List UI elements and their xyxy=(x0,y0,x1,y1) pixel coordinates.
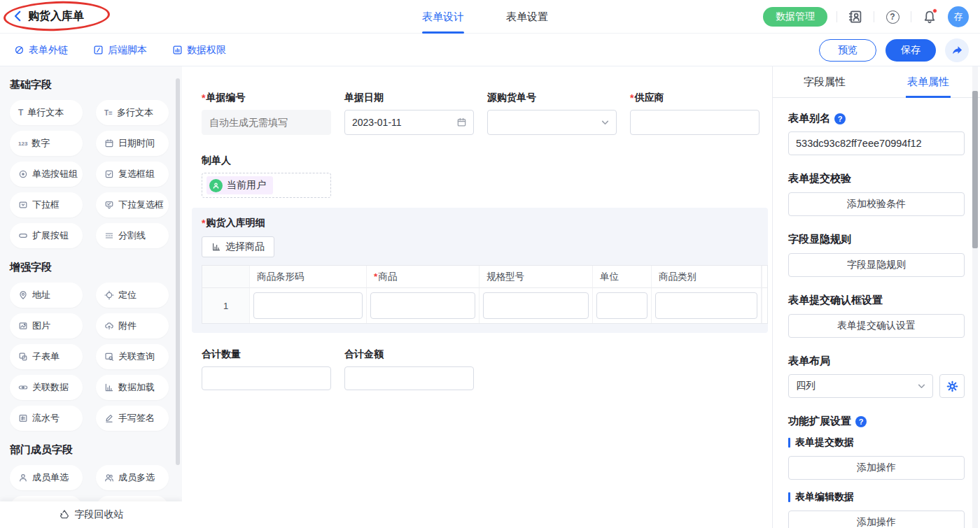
help-icon[interactable]: ? xyxy=(883,8,902,26)
form-layout-label: 表单布局 xyxy=(788,355,965,368)
tab-form-properties[interactable]: 表单属性 xyxy=(876,66,980,97)
sidebar-scrollbar[interactable] xyxy=(176,78,180,465)
sidebar-item-image[interactable]: 图片 xyxy=(10,313,83,338)
doc-no-input xyxy=(202,110,331,135)
bar-chart-icon xyxy=(104,383,114,392)
toolbar-actions: 预览 保存 xyxy=(819,34,969,66)
table-header-spec: 规格型号 xyxy=(479,266,593,288)
help-badge-icon[interactable]: ? xyxy=(855,416,867,427)
sidebar-item-single-line-text[interactable]: T 单行文本 xyxy=(10,100,83,125)
sidebar-item-location[interactable]: 定位 xyxy=(96,283,169,308)
table-cell-category xyxy=(652,288,762,323)
field-supplier[interactable]: *供应商 xyxy=(630,92,760,135)
panel-scrollbar-thumb[interactable] xyxy=(972,91,978,248)
preview-button[interactable]: 预览 xyxy=(819,39,876,62)
field-doc-no[interactable]: *单据编号 xyxy=(202,92,331,135)
sidebar-item-checkbox-group[interactable]: 复选框组 xyxy=(96,162,169,187)
chevron-down-icon xyxy=(601,118,610,127)
share-arrow-icon xyxy=(951,44,963,56)
add-check-condition-button[interactable]: 添加校验条件 xyxy=(788,192,965,216)
dropdown-check-icon xyxy=(104,200,114,210)
sidebar-item-linked-data[interactable]: 关联数据 xyxy=(10,375,83,400)
sidebar-item-attachment[interactable]: 附件 xyxy=(96,313,169,338)
avatar[interactable]: 存 xyxy=(948,6,969,27)
extension-settings-label: 功能扩展设置 xyxy=(788,415,851,428)
image-icon xyxy=(18,321,28,331)
sidebar-item-address[interactable]: 地址 xyxy=(10,283,83,308)
panel-tabs: 字段属性 表单属性 xyxy=(773,66,980,98)
sidebar-item-linked-query[interactable]: 关联查询 xyxy=(96,344,169,369)
tab-field-properties[interactable]: 字段属性 xyxy=(773,66,876,97)
sidebar-item-member-single[interactable]: 成员单选 xyxy=(10,465,83,490)
properties-panel: 字段属性 表单属性 表单别名 ? 表单提交校验 添加校验条件 字段显隐规则 字段… xyxy=(772,66,980,528)
sidebar-item-data-load[interactable]: 数据加载 xyxy=(96,375,169,400)
field-total-qty[interactable]: 合计数量 xyxy=(202,348,331,390)
sidebar-item-subform[interactable]: 子表单 xyxy=(10,344,83,369)
divider xyxy=(836,11,837,22)
product-input[interactable] xyxy=(370,292,475,319)
sidebar-item-select[interactable]: 下拉框 xyxy=(10,192,83,217)
add-edit-action-button[interactable]: 添加操作 xyxy=(788,511,965,528)
tab-form-design[interactable]: 表单设计 xyxy=(422,0,464,34)
current-user-tag: 当前用户 xyxy=(206,176,273,194)
gear-icon xyxy=(946,380,958,392)
field-recycle-bin-button[interactable]: 字段回收站 xyxy=(0,501,182,528)
field-total-amount[interactable]: 合计金额 xyxy=(344,348,474,390)
field-source-order[interactable]: 源购货单号 xyxy=(487,92,617,135)
save-button[interactable]: 保存 xyxy=(886,39,936,62)
dropdown-icon xyxy=(18,200,28,210)
sidebar-item-multi-select[interactable]: 下拉复选框 xyxy=(96,192,169,217)
header-actions: 数据管理 ? 存 xyxy=(763,0,969,34)
total-amount-input[interactable] xyxy=(344,366,474,390)
source-order-select[interactable] xyxy=(487,110,617,135)
layout-settings-button[interactable] xyxy=(939,374,965,398)
detail-subform-section[interactable]: *购货入库明细 选择商品 商品条形码 *商品 规格型号 单位 商品类别 1 xyxy=(192,208,768,333)
back-icon[interactable] xyxy=(11,10,25,24)
spec-input[interactable] xyxy=(483,292,589,319)
total-qty-input[interactable] xyxy=(202,366,331,390)
serial-number-icon xyxy=(18,413,28,423)
supplier-input[interactable] xyxy=(630,110,760,135)
form-designer-app: 购货入库单 表单设计 表单设置 数据管理 ? xyxy=(0,0,980,528)
unit-input[interactable] xyxy=(596,292,648,319)
visibility-rules-button[interactable]: 字段显隐规则 xyxy=(788,253,965,277)
sidebar-item-number[interactable]: 123 数字 xyxy=(10,131,83,156)
field-creator[interactable]: 制单人 当前用户 xyxy=(202,155,772,198)
tab-form-settings[interactable]: 表单设置 xyxy=(506,0,548,34)
sidebar-item-serial-number[interactable]: 流水号 xyxy=(10,406,83,431)
divider-lines-icon xyxy=(104,231,114,241)
barcode-input[interactable] xyxy=(253,292,363,319)
submit-confirm-button[interactable]: 表单提交确认设置 xyxy=(788,314,965,338)
notification-bell-icon[interactable] xyxy=(920,8,939,26)
field-doc-date[interactable]: 单据日期 2023-01-11 xyxy=(344,92,474,135)
field-label: 购货入库明细 xyxy=(206,217,265,229)
share-button[interactable] xyxy=(945,38,969,62)
table-header-barcode: 商品条形码 xyxy=(250,266,367,288)
sidebar-item-radio-group[interactable]: 单选按钮组 xyxy=(10,162,83,187)
help-badge-icon[interactable]: ? xyxy=(834,113,846,124)
sidebar-item-divider-line[interactable]: 分割线 xyxy=(96,223,169,248)
sidebar-item-datetime[interactable]: 日期时间 xyxy=(96,131,169,156)
layout-select[interactable]: 四列 xyxy=(788,374,933,398)
category-input[interactable] xyxy=(655,292,757,319)
select-product-button[interactable]: 选择商品 xyxy=(202,236,274,257)
sidebar-item-multi-line-text[interactable]: T≡ 多行文本 xyxy=(96,100,169,125)
data-permission-button[interactable]: 数据权限 xyxy=(172,44,226,57)
sidebar-item-member-multi[interactable]: 成员多选 xyxy=(96,465,169,490)
table-scrollbar-track[interactable] xyxy=(762,288,767,323)
add-submit-action-button[interactable]: 添加操作 xyxy=(788,456,965,480)
contacts-book-icon[interactable] xyxy=(846,8,864,26)
section-title-basic-fields: 基础字段 xyxy=(10,78,172,92)
backend-script-button[interactable]: 后端脚本 xyxy=(93,44,147,57)
creator-box[interactable]: 当前用户 xyxy=(202,173,331,198)
data-manage-button[interactable]: 数据管理 xyxy=(763,7,827,27)
external-link-button[interactable]: 表单外链 xyxy=(14,44,68,57)
sidebar-item-signature[interactable]: 手写签名 xyxy=(96,406,169,431)
sidebar-item-extend-button[interactable]: 扩展按钮 xyxy=(10,223,83,248)
form-alias-input[interactable] xyxy=(788,131,965,155)
top-header: 购货入库单 表单设计 表单设置 数据管理 ? xyxy=(0,0,980,34)
notification-dot xyxy=(932,8,937,13)
totals-row: 合计数量 合计金额 xyxy=(202,348,772,390)
submit-check-label: 表单提交校验 xyxy=(788,172,965,185)
doc-date-input[interactable]: 2023-01-11 xyxy=(344,110,474,135)
